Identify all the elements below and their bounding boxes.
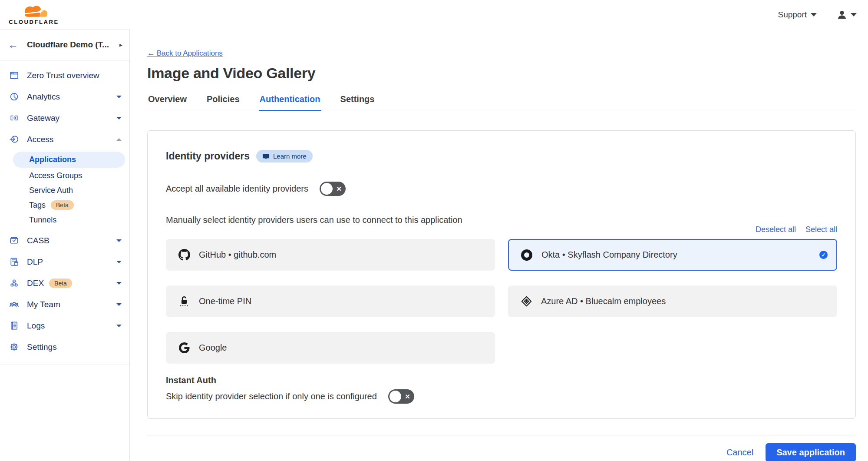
- chevron-down-icon: [811, 13, 817, 17]
- toggle-knob: [389, 391, 401, 402]
- toggle-knob: [321, 183, 333, 195]
- sidebar-item-analytics[interactable]: Analytics: [0, 86, 129, 107]
- chevron-down-icon: [851, 13, 857, 17]
- tab-overview[interactable]: Overview: [147, 94, 188, 111]
- sidebar-item-label: Access: [27, 135, 53, 144]
- sidebar-item-tags[interactable]: Tags Beta: [0, 198, 129, 212]
- provider-tile-azure-ad[interactable]: Azure AD • Bluecalm employees: [508, 285, 837, 317]
- learn-more-label: Learn more: [273, 153, 307, 160]
- window-icon: [9, 70, 19, 80]
- cloudflare-logo[interactable]: CLOUDFLARE: [6, 4, 62, 25]
- sidebar-item-access-groups[interactable]: Access Groups: [0, 168, 129, 183]
- sidebar-item-label: Gateway: [27, 113, 59, 123]
- sidebar-item-casb[interactable]: CASB: [0, 230, 129, 251]
- chevron-up-icon: [116, 138, 122, 141]
- save-application-button[interactable]: Save application: [766, 443, 856, 461]
- logs-document-icon: [9, 321, 19, 331]
- accept-all-label: Accept all available identity providers: [166, 184, 308, 194]
- gear-icon: [9, 342, 19, 352]
- sidebar-item-dlp[interactable]: DLP: [0, 251, 129, 272]
- sidebar-item-label: CASB: [27, 236, 50, 245]
- action-footer: Cancel Save application: [147, 435, 856, 461]
- provider-label: Google: [199, 343, 227, 353]
- instant-auth-toggle[interactable]: ✕: [388, 389, 414, 404]
- sidebar-subitem-label: Applications: [29, 155, 76, 164]
- user-icon: [837, 10, 847, 20]
- people-icon: [9, 299, 19, 309]
- google-icon: [178, 342, 190, 353]
- sidebar-item-zero-trust-overview[interactable]: Zero Trust overview: [0, 65, 129, 86]
- sidebar-item-logs[interactable]: Logs: [0, 315, 129, 336]
- sidebar-subitem-label: Access Groups: [29, 171, 82, 180]
- chevron-down-icon: [116, 117, 122, 119]
- learn-more-badge[interactable]: Learn more: [256, 150, 313, 163]
- beta-badge: Beta: [49, 279, 72, 288]
- manual-select-label: Manually select identity providers users…: [166, 215, 462, 225]
- sidebar-item-tunnels[interactable]: Tunnels: [0, 212, 129, 227]
- sidebar-item-label: My Team: [27, 300, 60, 309]
- identity-providers-card: Identity providers Learn more Accept all…: [147, 130, 856, 419]
- provider-tile-one-time-pin[interactable]: One-time PIN: [166, 285, 495, 317]
- access-login-icon: [9, 134, 19, 144]
- deselect-all-link[interactable]: Deselect all: [756, 225, 796, 234]
- book-icon: [262, 153, 270, 159]
- toggle-off-x-icon: ✕: [405, 392, 410, 400]
- provider-label: Azure AD • Bluecalm employees: [541, 296, 666, 306]
- main-content: ← Back to Applications Image and Video G…: [130, 29, 868, 461]
- one-time-pin-icon: [178, 296, 190, 307]
- brand-text: CLOUDFLARE: [9, 19, 59, 25]
- back-arrow-icon[interactable]: ←: [8, 40, 18, 50]
- chevron-right-icon[interactable]: ▸: [119, 41, 122, 48]
- sidebar: ← Cloudflare Demo (T... ▸ Zero Trust ove…: [0, 29, 130, 461]
- tab-authentication[interactable]: Authentication: [259, 94, 321, 111]
- box-check-icon: [9, 235, 19, 245]
- provider-label: GitHub • github.com: [199, 250, 276, 260]
- chevron-down-icon: [116, 261, 122, 263]
- card-heading: Identity providers: [166, 150, 250, 162]
- sidebar-item-gateway[interactable]: Gateway: [0, 107, 129, 129]
- azure-ad-icon: [520, 295, 532, 307]
- github-icon: [178, 249, 190, 261]
- sidebar-item-label: Zero Trust overview: [27, 71, 99, 80]
- sidebar-item-service-auth[interactable]: Service Auth: [0, 183, 129, 198]
- provider-tile-okta[interactable]: Okta • Skyflash Company Directory ✓: [508, 239, 837, 271]
- sidebar-item-dex[interactable]: DEX Beta: [0, 272, 129, 294]
- provider-tile-google[interactable]: Google: [166, 332, 495, 364]
- tab-settings[interactable]: Settings: [340, 94, 376, 111]
- sidebar-nav: Zero Trust overview Analytics Gateway Ac…: [0, 60, 129, 365]
- select-all-link[interactable]: Select all: [805, 225, 837, 234]
- account-header: ← Cloudflare Demo (T... ▸: [0, 30, 129, 60]
- chevron-down-icon: [116, 96, 122, 98]
- sidebar-item-access[interactable]: Access: [0, 129, 129, 150]
- sidebar-item-label: Logs: [27, 321, 45, 331]
- sidebar-item-label: Analytics: [27, 92, 60, 102]
- tab-bar: Overview Policies Authentication Setting…: [147, 94, 856, 111]
- sidebar-item-my-team[interactable]: My Team: [0, 294, 129, 315]
- sidebar-item-label: DLP: [27, 257, 43, 267]
- sidebar-item-settings[interactable]: Settings: [0, 336, 129, 358]
- chevron-down-icon: [116, 239, 122, 242]
- support-menu[interactable]: Support: [778, 10, 817, 20]
- chevron-down-icon: [116, 282, 122, 285]
- sidebar-subitem-label: Tags: [29, 201, 46, 210]
- beta-badge: Beta: [51, 200, 74, 210]
- provider-tile-github[interactable]: GitHub • github.com: [166, 239, 495, 271]
- sidebar-subitem-label: Service Auth: [29, 186, 73, 195]
- provider-label: One-time PIN: [199, 296, 251, 306]
- cancel-button[interactable]: Cancel: [726, 448, 753, 458]
- sidebar-divider: [0, 365, 129, 365]
- sidebar-item-label: Settings: [27, 342, 57, 352]
- sidebar-item-applications[interactable]: Applications: [13, 152, 125, 168]
- pie-chart-icon: [9, 92, 19, 102]
- tab-policies[interactable]: Policies: [206, 94, 241, 111]
- accept-all-toggle[interactable]: ✕: [320, 182, 346, 196]
- back-to-applications-link[interactable]: ← Back to Applications: [147, 49, 223, 58]
- gateway-icon: [9, 113, 19, 123]
- sidebar-subitem-label: Tunnels: [29, 216, 56, 225]
- okta-icon: [521, 249, 533, 261]
- document-lock-icon: [9, 257, 19, 267]
- user-menu[interactable]: [837, 10, 857, 20]
- access-subnav: Applications Access Groups Service Auth …: [0, 150, 129, 230]
- account-name[interactable]: Cloudflare Demo (T...: [27, 40, 119, 50]
- support-label: Support: [778, 10, 807, 20]
